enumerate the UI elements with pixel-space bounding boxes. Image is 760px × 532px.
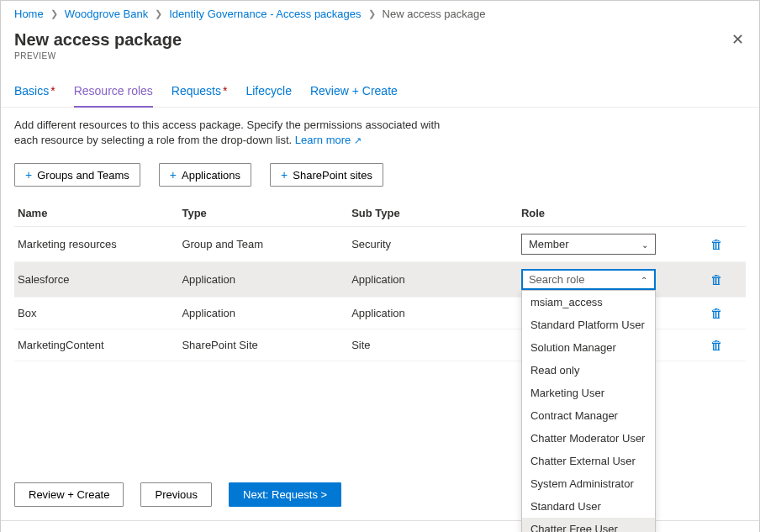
col-type: Type	[178, 200, 348, 227]
role-select-value: Search role	[529, 273, 584, 286]
col-name: Name	[14, 200, 178, 227]
external-link-icon: ↗	[354, 135, 362, 145]
cell-name: Salesforce	[14, 262, 178, 298]
cell-sub: Site	[348, 329, 518, 361]
chevron-right-icon: ❯	[50, 8, 58, 19]
role-option[interactable]: Solution Manager	[522, 336, 655, 359]
add-groups-button[interactable]: + Groups and Teams	[14, 163, 140, 187]
breadcrumb-home[interactable]: Home	[14, 8, 44, 20]
chevron-right-icon: ❯	[155, 8, 162, 19]
previous-button[interactable]: Previous	[140, 482, 212, 507]
tab-basics-label: Basics	[14, 84, 49, 97]
role-option[interactable]: Contract Manager	[522, 404, 655, 427]
delete-icon[interactable]: 🗑	[707, 271, 726, 288]
cell-type: Application	[178, 298, 348, 329]
tab-lifecycle[interactable]: Lifecycle	[245, 84, 291, 107]
add-groups-label: Groups and Teams	[37, 169, 129, 182]
add-applications-label: Applications	[182, 169, 240, 182]
role-select[interactable]: Member ⌄	[521, 234, 656, 255]
learn-more-label: Learn more	[295, 134, 351, 146]
tab-requests-label: Requests	[172, 84, 221, 97]
role-dropdown[interactable]: msiam_accessStandard Platform UserSoluti…	[521, 290, 656, 532]
cell-type: Application	[178, 262, 348, 298]
col-role: Role	[518, 200, 704, 227]
chevron-up-icon: ⌃	[641, 275, 647, 284]
plus-icon: +	[281, 168, 288, 182]
chevron-down-icon: ⌄	[641, 240, 648, 249]
chevron-right-icon: ❯	[368, 8, 376, 19]
role-option[interactable]: Chatter External User	[522, 450, 655, 472]
add-sharepoint-button[interactable]: + SharePoint sites	[270, 163, 383, 187]
add-sharepoint-label: SharePoint sites	[293, 169, 372, 182]
table-row: Marketing resources Group and Team Secur…	[14, 227, 746, 262]
review-create-button[interactable]: Review + Create	[14, 482, 124, 507]
tab-review[interactable]: Review + Create	[310, 84, 398, 107]
tab-resource-roles[interactable]: Resource roles	[74, 84, 153, 108]
cell-sub: Security	[348, 227, 518, 262]
role-option[interactable]: System Administrator	[522, 472, 655, 495]
role-select[interactable]: Search role ⌃	[521, 269, 656, 290]
role-option[interactable]: Chatter Moderator User	[522, 427, 655, 450]
delete-icon[interactable]: 🗑	[707, 304, 726, 322]
tab-review-label: Review + Create	[310, 84, 398, 97]
delete-icon[interactable]: 🗑	[707, 336, 726, 354]
tab-requests[interactable]: Requests*	[172, 84, 228, 107]
role-option[interactable]: Standard User	[522, 495, 655, 518]
cell-name: Marketing resources	[14, 227, 178, 262]
cell-sub: Application	[348, 298, 518, 329]
delete-icon[interactable]: 🗑	[707, 235, 726, 253]
next-button[interactable]: Next: Requests >	[229, 482, 341, 507]
breadcrumb: Home ❯ Woodgrove Bank ❯ Identity Governa…	[1, 1, 759, 25]
role-select-value: Member	[529, 238, 569, 250]
cell-type: Group and Team	[178, 227, 348, 262]
page-title: New access package	[14, 30, 746, 50]
description-text: Add different resources to this access p…	[14, 119, 440, 146]
cell-type: SharePoint Site	[178, 329, 348, 361]
breadcrumb-section[interactable]: Identity Governance - Access packages	[169, 8, 361, 20]
cell-sub: Application	[348, 262, 518, 298]
tab-lifecycle-label: Lifecycle	[245, 84, 291, 97]
description: Add different resources to this access p…	[1, 108, 472, 160]
role-option[interactable]: Standard Platform User	[522, 313, 655, 336]
learn-more-link[interactable]: Learn more ↗	[295, 134, 362, 146]
resource-toolbar: + Groups and Teams + Applications + Shar…	[1, 160, 759, 200]
tab-resource-roles-label: Resource roles	[74, 84, 153, 97]
tabs: Basics* Resource roles Requests* Lifecyc…	[1, 66, 759, 108]
add-applications-button[interactable]: + Applications	[159, 163, 251, 187]
role-option[interactable]: Chatter Free User	[522, 518, 655, 532]
breadcrumb-org[interactable]: Woodgrove Bank	[65, 8, 149, 20]
cell-name: Box	[14, 298, 178, 329]
plus-icon: +	[25, 168, 32, 182]
close-icon[interactable]: ✕	[728, 29, 747, 50]
role-option[interactable]: Read only	[522, 359, 655, 382]
preview-label: PREVIEW	[14, 51, 746, 61]
tab-basics[interactable]: Basics*	[14, 84, 55, 107]
role-option[interactable]: msiam_access	[522, 291, 655, 313]
col-sub: Sub Type	[348, 200, 518, 227]
cell-name: MarketingContent	[14, 329, 178, 361]
breadcrumb-current: New access package	[383, 8, 486, 20]
role-option[interactable]: Marketing User	[522, 382, 655, 404]
plus-icon: +	[170, 168, 177, 182]
